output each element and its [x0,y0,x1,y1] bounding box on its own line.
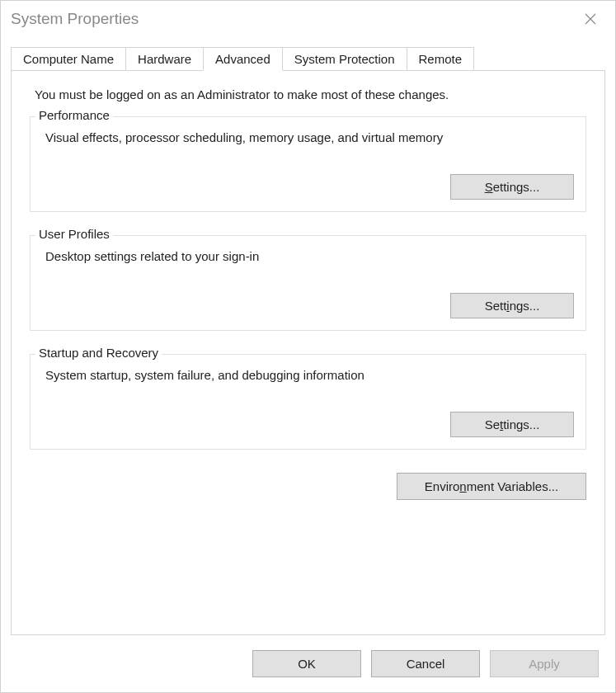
user-profiles-button-row: Settings... [42,293,574,318]
cancel-button[interactable]: Cancel [371,650,480,677]
startup-recovery-button-row: Settings... [42,412,574,437]
startup-recovery-settings-button[interactable]: Settings... [450,412,574,437]
tab-remote[interactable]: Remote [407,47,475,71]
performance-group: Performance Visual effects, processor sc… [30,116,586,212]
performance-button-row: Settings... [42,174,574,200]
close-button[interactable] [572,7,609,31]
admin-note: You must be logged on as an Administrato… [30,87,586,101]
content-area: Computer Name Hardware Advanced System P… [1,37,615,692]
startup-recovery-title: Startup and Recovery [35,346,162,360]
tab-advanced[interactable]: Advanced [203,47,283,71]
performance-title: Performance [35,108,113,122]
tab-computer-name[interactable]: Computer Name [11,47,126,71]
user-profiles-group: User Profiles Desktop settings related t… [30,235,586,331]
dialog-button-row: OK Cancel Apply [1,635,615,692]
performance-settings-button[interactable]: Settings... [450,174,574,200]
startup-recovery-desc: System startup, system failure, and debu… [42,368,574,382]
system-properties-window: System Properties Computer Name Hardware… [0,0,616,693]
tab-system-protection[interactable]: System Protection [282,47,407,71]
environment-variables-row: Environment Variables... [30,473,586,500]
tab-strip: Computer Name Hardware Advanced System P… [1,37,615,71]
performance-desc: Visual effects, processor scheduling, me… [42,130,574,144]
user-profiles-desc: Desktop settings related to your sign-in [42,249,574,263]
environment-variables-button[interactable]: Environment Variables... [397,473,586,500]
ok-button[interactable]: OK [252,650,361,677]
apply-button[interactable]: Apply [490,650,599,677]
close-icon [585,13,596,25]
tab-hardware[interactable]: Hardware [125,47,204,71]
user-profiles-settings-button[interactable]: Settings... [450,293,574,318]
advanced-panel: You must be logged on as an Administrato… [11,70,605,635]
startup-recovery-group: Startup and Recovery System startup, sys… [30,354,586,450]
titlebar: System Properties [1,1,615,37]
window-title: System Properties [11,10,139,28]
user-profiles-title: User Profiles [35,227,113,241]
